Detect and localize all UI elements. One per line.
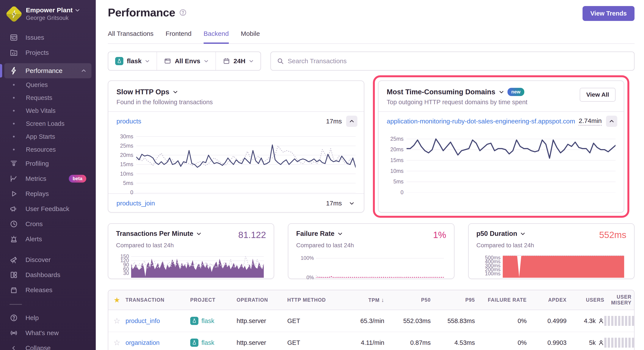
transaction-link[interactable]: products_join xyxy=(116,200,155,207)
column-header-user-misery[interactable]: USER MISERY xyxy=(604,294,634,306)
expand-toggle-button[interactable] xyxy=(346,198,357,209)
user-name: George Gritsouk xyxy=(26,15,80,21)
tab-backend[interactable]: Backend xyxy=(204,30,229,44)
sidebar-item-screen-loads[interactable]: Screen Loads xyxy=(4,117,92,130)
sidebar-item-crons[interactable]: Crons xyxy=(4,216,92,231)
failure-rate-chart: 100%0% xyxy=(296,252,446,278)
sidebar-item-queries[interactable]: Queries xyxy=(4,78,92,91)
transaction-link[interactable]: product_info xyxy=(126,317,160,324)
column-header-p50[interactable]: P50 xyxy=(384,297,431,303)
widgets-row: Slow HTTP Ops Found in the following tra… xyxy=(108,81,634,213)
tab-all-transactions[interactable]: All Transactions xyxy=(108,30,154,44)
project-cell[interactable]: flask xyxy=(190,317,236,325)
y-tick-label: 0% xyxy=(306,274,314,280)
sidebar-item-alerts[interactable]: Alerts xyxy=(4,231,92,247)
sidebar-item-label: Alerts xyxy=(26,235,42,243)
sidebar-item-help[interactable]: Help xyxy=(4,310,92,325)
slow-http-chart: 30ms25ms20ms15ms10ms5ms0 xyxy=(108,131,364,193)
environment-filter[interactable]: All Envs xyxy=(156,52,215,70)
column-header-failure-rate[interactable]: FAILURE RATE xyxy=(475,297,527,303)
project-filter[interactable]: flask xyxy=(108,52,156,70)
help-icon xyxy=(10,313,18,322)
sidebar-item-label: Crons xyxy=(26,220,43,228)
sidebar-item-releases[interactable]: Releases xyxy=(4,282,92,297)
sidebar-item-profiling[interactable]: Profiling xyxy=(4,156,92,171)
column-header-users[interactable]: USERS xyxy=(566,297,604,303)
page-title: Performance xyxy=(108,6,175,19)
user-misery-cell xyxy=(604,338,634,348)
sidebar-item-label: Metrics xyxy=(26,175,46,182)
star-toggle-icon[interactable]: ☆ xyxy=(108,316,126,325)
sidebar-item-dashboards[interactable]: Dashboards xyxy=(4,267,92,282)
users-cell: 4.3k xyxy=(566,317,604,324)
y-tick-label: 30ms xyxy=(120,133,133,140)
project-cell[interactable]: flask xyxy=(190,338,236,347)
sidebar-item-app-starts[interactable]: App Starts xyxy=(4,130,92,143)
chevron-down-icon[interactable] xyxy=(499,89,504,95)
column-header-apdex[interactable]: APDEX xyxy=(527,297,566,303)
search-input[interactable] xyxy=(288,57,628,65)
table-row: ☆ product_info flask http.server GET 65.… xyxy=(108,310,634,332)
chevron-down-icon[interactable] xyxy=(196,231,202,236)
environment-filter-label: All Envs xyxy=(175,57,200,65)
flask-project-icon xyxy=(190,317,198,325)
transaction-link[interactable]: organization xyxy=(126,339,160,346)
y-tick-label: 100ms xyxy=(485,271,500,277)
chevron-down-icon[interactable] xyxy=(173,89,178,95)
table-header-row: ★ TRANSACTION PROJECT OPERATION HTTP MET… xyxy=(108,290,634,310)
column-header-project[interactable]: PROJECT xyxy=(190,297,236,303)
sidebar-item-discover[interactable]: Discover xyxy=(4,252,92,267)
sidebar-item-issues[interactable]: Issues xyxy=(4,30,92,45)
failure-rate-cell: 0% xyxy=(475,317,527,324)
star-icon[interactable]: ★ xyxy=(108,296,126,304)
sidebar-item-whats-new[interactable]: What's new xyxy=(4,325,92,340)
column-header-http-method[interactable]: HTTP METHOD xyxy=(287,297,342,303)
sidebar-collapse-button[interactable]: Collapse xyxy=(4,340,92,350)
question-circle-icon[interactable] xyxy=(179,9,187,17)
window-icon xyxy=(164,57,171,65)
panel-subtitle: Found in the following transactions xyxy=(116,99,356,106)
chevron-up-icon[interactable] xyxy=(81,68,86,73)
domain-row: application-monitoring-ruby-dot-sales-en… xyxy=(378,112,624,131)
view-trends-button[interactable]: View Trends xyxy=(582,6,634,21)
chevron-down-icon[interactable] xyxy=(520,231,526,236)
sidebar-item-resources[interactable]: Resources xyxy=(4,143,92,156)
collapse-toggle-button[interactable] xyxy=(346,116,357,127)
sidebar-item-performance[interactable]: Performance xyxy=(4,63,92,78)
chevron-down-icon xyxy=(75,8,80,13)
p50-cell: 552.03ms xyxy=(384,317,431,324)
sidebar-item-label: Issues xyxy=(26,34,44,41)
domain-link[interactable]: application-monitoring-ruby-dot-sales-en… xyxy=(387,118,575,125)
projects-icon xyxy=(10,48,18,57)
collapse-toggle-button[interactable] xyxy=(606,116,617,127)
star-toggle-icon[interactable]: ☆ xyxy=(108,338,126,347)
tab-frontend[interactable]: Frontend xyxy=(166,30,192,44)
failure-rate-cell: 0% xyxy=(475,339,527,346)
p50-duration-chart: 500ms400ms300ms200ms100ms xyxy=(476,252,626,278)
sidebar-item-user-feedback[interactable]: User Feedback xyxy=(4,201,92,216)
chevron-down-icon[interactable] xyxy=(338,231,343,236)
sidebar-item-projects[interactable]: Projects xyxy=(4,45,92,60)
column-header-transaction[interactable]: TRANSACTION xyxy=(126,297,190,303)
sort-descending-icon: ↓ xyxy=(381,297,384,303)
mini-title: Failure Rate xyxy=(296,230,334,238)
transaction-link[interactable]: products xyxy=(116,118,141,125)
column-header-tpm[interactable]: TPM ↓ xyxy=(342,297,384,303)
tpm-chart: 150120906030 xyxy=(116,252,266,278)
y-tick-label: 15ms xyxy=(390,157,404,163)
column-header-operation[interactable]: OPERATION xyxy=(236,297,287,303)
mini-subtitle: Compared to last 24h xyxy=(476,242,626,249)
sidebar-item-replays[interactable]: Replays xyxy=(4,186,92,201)
column-header-p95[interactable]: P95 xyxy=(431,297,475,303)
duration-value[interactable]: 2.74min xyxy=(579,117,602,126)
tab-mobile[interactable]: Mobile xyxy=(241,30,260,44)
sidebar-item-label: Profiling xyxy=(26,160,49,167)
sidebar-item-requests[interactable]: Requests xyxy=(4,91,92,104)
sidebar-item-label: Requests xyxy=(26,94,52,101)
view-all-button[interactable]: View All xyxy=(580,88,616,102)
org-switcher[interactable]: Empower Plant George Gritsouk xyxy=(0,0,96,27)
sidebar-item-web-vitals[interactable]: Web Vitals xyxy=(4,104,92,117)
sidebar-item-metrics[interactable]: Metrics beta xyxy=(4,171,92,186)
org-name: Empower Plant xyxy=(26,7,73,14)
time-range-filter[interactable]: 24H xyxy=(216,52,260,70)
